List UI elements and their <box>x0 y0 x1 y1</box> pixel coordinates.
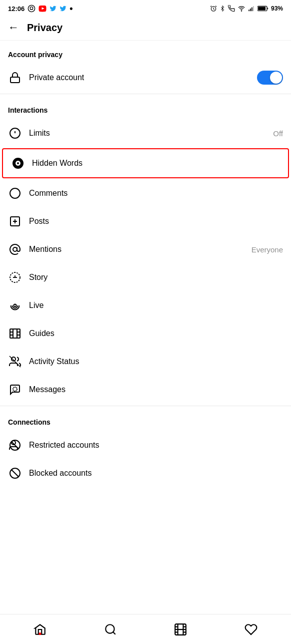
svg-rect-3 <box>248 10 250 11</box>
section-account-privacy: Account privacy <box>0 41 291 64</box>
status-bar: 12:06 • 93% <box>0 0 291 15</box>
divider-2 <box>0 406 291 406</box>
hidden-words-icon <box>11 156 25 170</box>
guides-icon <box>8 327 22 341</box>
menu-item-comments[interactable]: Comments <box>0 179 291 207</box>
menu-item-blocked-accounts[interactable]: Blocked accounts <box>0 459 291 487</box>
nav-reels[interactable] <box>146 623 216 636</box>
menu-item-private-account[interactable]: Private account <box>0 64 291 92</box>
dot-indicator: • <box>70 4 72 13</box>
nav-search[interactable] <box>76 623 146 636</box>
guides-label: Guides <box>29 329 283 338</box>
header: ← Privacy <box>0 15 291 41</box>
svg-point-20 <box>13 247 17 251</box>
activity-status-label: Activity Status <box>29 357 283 366</box>
twitter-icon1 <box>50 5 56 12</box>
signal-icon <box>248 5 255 12</box>
divider-1 <box>0 94 291 94</box>
svg-point-15 <box>17 162 19 164</box>
svg-rect-5 <box>252 8 252 12</box>
snapchat-icon <box>28 5 36 13</box>
menu-item-activity-status[interactable]: Activity Status <box>0 348 291 376</box>
comments-icon <box>8 186 22 200</box>
limits-label: Limits <box>29 129 273 138</box>
alarm-icon <box>210 5 217 12</box>
menu-item-guides[interactable]: Guides <box>0 319 291 348</box>
limits-icon <box>8 126 22 140</box>
svg-line-39 <box>12 470 18 477</box>
bluetooth-icon <box>220 5 226 12</box>
messages-icon <box>8 383 22 397</box>
mentions-value: Everyone <box>252 245 283 254</box>
mentions-label: Mentions <box>29 245 252 254</box>
story-icon <box>8 270 22 284</box>
bottom-spacer <box>0 487 291 527</box>
live-icon <box>8 298 22 312</box>
section-interactions: Interactions <box>0 96 291 119</box>
menu-item-limits[interactable]: Limits Off <box>0 119 291 147</box>
menu-item-mentions[interactable]: Mentions Everyone <box>0 235 291 263</box>
svg-rect-8 <box>258 7 266 10</box>
blocked-accounts-label: Blocked accounts <box>29 469 283 478</box>
activity-status-icon <box>8 355 22 369</box>
back-button[interactable]: ← <box>8 21 19 34</box>
restricted-icon <box>8 438 22 452</box>
menu-item-posts[interactable]: Posts <box>0 207 291 235</box>
bottom-nav <box>0 614 291 644</box>
menu-item-messages[interactable]: Messages <box>0 376 291 404</box>
svg-rect-6 <box>253 6 254 11</box>
story-label: Story <box>29 273 283 282</box>
home-dot <box>39 632 42 635</box>
private-account-toggle[interactable] <box>257 71 283 85</box>
phone-icon <box>228 5 235 12</box>
blocked-icon <box>8 466 22 480</box>
battery-icon <box>258 6 268 12</box>
wifi-icon <box>238 5 246 12</box>
page-title: Privacy <box>27 22 62 34</box>
menu-item-restricted-accounts[interactable]: Restricted accounts <box>0 431 291 459</box>
nav-home[interactable] <box>5 623 76 636</box>
status-icons: 93% <box>210 5 283 12</box>
restricted-accounts-label: Restricted accounts <box>29 441 283 450</box>
comments-label: Comments <box>29 189 283 198</box>
menu-item-story[interactable]: Story <box>0 263 291 291</box>
twitter-icon2 <box>60 5 66 12</box>
svg-point-0 <box>28 5 35 12</box>
messages-label: Messages <box>29 385 283 394</box>
svg-line-41 <box>113 632 116 634</box>
heart-icon <box>244 623 258 636</box>
svg-point-16 <box>10 188 20 198</box>
menu-item-hidden-words[interactable]: Hidden Words <box>2 148 289 178</box>
menu-item-live[interactable]: Live <box>0 291 291 319</box>
mentions-icon <box>8 242 22 256</box>
svg-point-40 <box>106 624 114 633</box>
youtube-icon <box>38 5 46 13</box>
svg-rect-4 <box>250 9 251 11</box>
posts-icon <box>8 214 22 228</box>
svg-point-34 <box>13 387 17 391</box>
limits-value: Off <box>273 129 283 138</box>
svg-point-24 <box>14 304 16 307</box>
posts-label: Posts <box>29 217 283 226</box>
nav-activity[interactable] <box>216 623 286 636</box>
lock-icon <box>8 71 22 85</box>
live-label: Live <box>29 301 283 310</box>
svg-rect-9 <box>10 77 20 83</box>
status-time: 12:06 • <box>8 4 73 13</box>
reels-icon <box>174 623 187 636</box>
hidden-words-label: Hidden Words <box>32 159 280 168</box>
svg-rect-25 <box>10 329 20 338</box>
private-account-label: Private account <box>29 73 257 82</box>
svg-point-2 <box>241 11 242 11</box>
search-icon <box>104 623 117 636</box>
section-connections: Connections <box>0 408 291 431</box>
